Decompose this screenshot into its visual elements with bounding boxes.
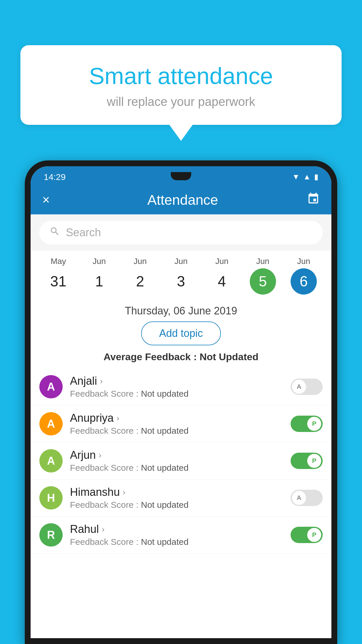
- avatar: A: [39, 375, 63, 398]
- battery-icon: ▮: [314, 172, 318, 181]
- speech-bubble-title: Smart attendance: [44, 63, 318, 90]
- student-list: AAnjali ›Feedback Score : Not updatedAAA…: [31, 368, 331, 554]
- avatar: A: [39, 449, 63, 473]
- cal-date-number: 4: [209, 268, 235, 295]
- attendance-toggle[interactable]: A: [291, 379, 323, 395]
- attendance-toggle[interactable]: P: [291, 527, 323, 543]
- search-input-placeholder[interactable]: Search: [66, 226, 101, 239]
- cal-month-label: Jun: [215, 257, 229, 266]
- avatar: R: [39, 523, 63, 547]
- search-bar-wrapper: Search: [31, 214, 331, 251]
- student-name: Anjali ›: [70, 375, 291, 387]
- toggle-knob: A: [292, 380, 306, 394]
- cal-date-number: 3: [168, 268, 194, 295]
- student-item[interactable]: RRahul ›Feedback Score : Not updatedP: [31, 517, 331, 554]
- calendar-strip: May31Jun1Jun2Jun3Jun4Jun5Jun6: [31, 251, 331, 298]
- calendar-icon[interactable]: [307, 192, 320, 208]
- student-name: Anupriya ›: [70, 412, 291, 424]
- student-feedback: Feedback Score : Not updated: [70, 463, 291, 473]
- attendance-toggle[interactable]: A: [291, 490, 323, 506]
- toggle-knob: P: [307, 528, 321, 542]
- cal-date-number: 1: [86, 268, 112, 295]
- avg-feedback: Average Feedback : Not Updated: [31, 351, 331, 363]
- speech-bubble-tail: [169, 125, 193, 141]
- speech-bubble: Smart attendance will replace your paper…: [20, 45, 342, 125]
- cal-month-label: Jun: [256, 257, 269, 266]
- cal-day-4[interactable]: Jun4: [201, 257, 242, 295]
- cal-month-label: Jun: [174, 257, 187, 266]
- cal-day-1[interactable]: Jun1: [79, 257, 120, 295]
- notch: [171, 172, 191, 180]
- wifi-icon: ▼: [292, 172, 300, 181]
- avg-feedback-label: Average Feedback :: [103, 351, 197, 362]
- student-item[interactable]: AArjun ›Feedback Score : Not updatedP: [31, 442, 331, 480]
- cal-date-number: 5: [250, 268, 276, 295]
- avatar: H: [39, 486, 63, 510]
- toggle-knob: P: [307, 417, 321, 431]
- search-bar[interactable]: Search: [39, 221, 323, 244]
- avatar: A: [39, 412, 63, 435]
- toggle-knob: P: [307, 454, 321, 468]
- cal-day-5[interactable]: Jun5: [242, 257, 283, 295]
- chevron-right-icon: ›: [102, 525, 104, 534]
- cal-month-label: May: [51, 257, 66, 266]
- student-feedback: Feedback Score : Not updated: [70, 537, 291, 547]
- student-feedback: Feedback Score : Not updated: [70, 389, 291, 399]
- cal-day-0[interactable]: May31: [38, 257, 79, 295]
- add-topic-button[interactable]: Add topic: [141, 321, 221, 345]
- attendance-toggle[interactable]: P: [291, 453, 323, 469]
- status-bar: 14:29 ▼ ▲ ▮: [31, 166, 331, 185]
- chevron-right-icon: ›: [100, 377, 103, 386]
- student-feedback: Feedback Score : Not updated: [70, 500, 291, 510]
- cal-day-6[interactable]: Jun6: [283, 257, 324, 295]
- cal-day-3[interactable]: Jun3: [161, 257, 201, 295]
- phone-screen: 14:29 ▼ ▲ ▮ × Attendance: [31, 166, 331, 638]
- cal-month-label: Jun: [297, 257, 310, 266]
- student-name: Rahul ›: [70, 523, 291, 536]
- attendance-toggle[interactable]: P: [291, 416, 323, 432]
- search-icon: [50, 226, 60, 239]
- chevron-right-icon: ›: [99, 451, 101, 460]
- selected-date: Thursday, 06 June 2019: [31, 298, 331, 321]
- student-name: Arjun ›: [70, 449, 291, 461]
- close-button[interactable]: ×: [42, 192, 50, 207]
- cal-month-label: Jun: [133, 257, 147, 266]
- cal-month-label: Jun: [93, 257, 106, 266]
- cal-day-2[interactable]: Jun2: [120, 257, 161, 295]
- app-bar: × Attendance: [31, 185, 331, 214]
- student-info: Anjali ›Feedback Score : Not updated: [70, 375, 291, 399]
- speech-bubble-subtitle: will replace your paperwork: [44, 95, 318, 109]
- speech-bubble-container: Smart attendance will replace your paper…: [20, 45, 342, 141]
- status-icons: ▼ ▲ ▮: [292, 172, 318, 181]
- cal-date-number: 31: [45, 268, 71, 295]
- toggle-knob: A: [292, 491, 306, 505]
- status-time: 14:29: [44, 172, 66, 182]
- student-info: Arjun ›Feedback Score : Not updated: [70, 449, 291, 473]
- student-item[interactable]: AAnjali ›Feedback Score : Not updatedA: [31, 368, 331, 405]
- avg-feedback-value: Not Updated: [200, 351, 259, 362]
- cal-date-number: 2: [127, 268, 153, 295]
- chevron-right-icon: ›: [123, 488, 125, 497]
- phone-frame: 14:29 ▼ ▲ ▮ × Attendance: [25, 160, 337, 644]
- signal-icon: ▲: [303, 172, 311, 181]
- cal-date-number: 6: [291, 268, 317, 295]
- student-info: Anupriya ›Feedback Score : Not updated: [70, 412, 291, 436]
- student-feedback: Feedback Score : Not updated: [70, 426, 291, 436]
- main-content: Thursday, 06 June 2019 Add topic Average…: [31, 298, 331, 638]
- student-item[interactable]: AAnupriya ›Feedback Score : Not updatedP: [31, 405, 331, 442]
- chevron-right-icon: ›: [117, 414, 119, 423]
- app-bar-title: Attendance: [59, 192, 307, 208]
- student-info: Himanshu ›Feedback Score : Not updated: [70, 486, 291, 510]
- student-item[interactable]: HHimanshu ›Feedback Score : Not updatedA: [31, 480, 331, 517]
- student-info: Rahul ›Feedback Score : Not updated: [70, 523, 291, 547]
- student-name: Himanshu ›: [70, 486, 291, 498]
